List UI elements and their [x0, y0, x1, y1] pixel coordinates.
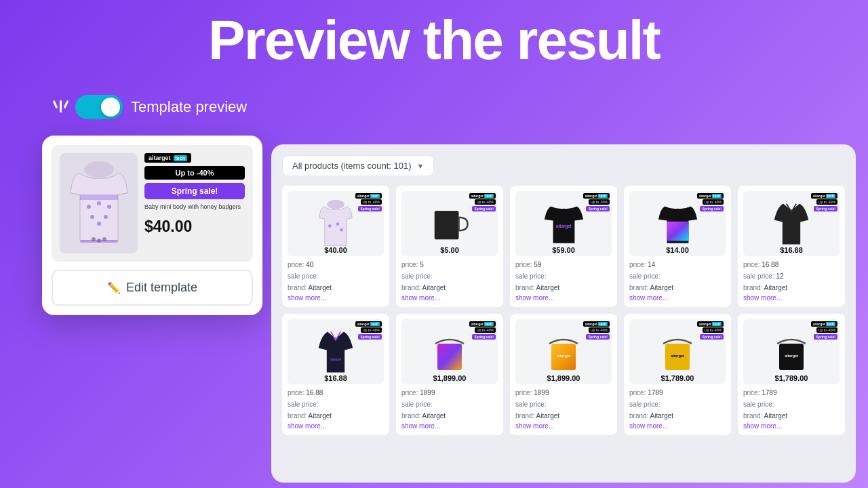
- svg-rect-19: [437, 344, 462, 370]
- sparkle-icon: [54, 100, 67, 114]
- svg-point-1: [87, 205, 91, 209]
- mini-sale-badge: Spring sale!: [700, 206, 724, 211]
- mini-brand-badge: aitargettech: [583, 193, 610, 199]
- mini-price-overlay: $5.00: [401, 246, 498, 254]
- mini-sale-badge: Spring sale!: [586, 334, 610, 340]
- brand-badge: aitarget tech: [144, 153, 191, 163]
- mini-sale-badge: Spring sale!: [814, 334, 837, 340]
- show-more-link[interactable]: show more...: [743, 294, 840, 302]
- svg-point-12: [328, 224, 332, 228]
- product-item-image: aitargettech Up to -40% Spring sale! $40…: [288, 191, 384, 256]
- svg-rect-10: [80, 240, 118, 243]
- svg-rect-15: [434, 211, 458, 239]
- product-item-image: aitarget aitargettech Up to -40% Spring …: [515, 191, 612, 256]
- products-header: All products (items count: 101) ▼: [282, 155, 845, 176]
- product-item: aitarget aitargettech Up to -40% Spring …: [510, 186, 617, 307]
- product-item-image: aitargettech Up to -40% Spring sale! $1,…: [401, 319, 498, 384]
- mini-price-overlay: $14.00: [629, 246, 726, 254]
- mini-discount-badge: Up to -40%: [361, 327, 382, 333]
- discount-badge: Up to -40%: [144, 166, 245, 180]
- product-item: aitarget aitargettech Up to -40% Spring …: [738, 314, 845, 435]
- product-item: aitarget aitargettech Up to -40% Spring …: [510, 314, 617, 435]
- products-dropdown[interactable]: All products (items count: 101) ▼: [282, 155, 434, 176]
- svg-text:aitarget: aitarget: [330, 357, 342, 361]
- show-more-link[interactable]: show more...: [515, 294, 612, 302]
- show-more-link[interactable]: show more...: [515, 422, 612, 430]
- show-more-link[interactable]: show more...: [629, 294, 726, 302]
- mini-discount-badge: Up to -40%: [475, 199, 496, 205]
- product-item-image: aitarget aitargettech Up to -40% Spring …: [743, 319, 840, 384]
- svg-point-5: [104, 215, 108, 219]
- show-more-link[interactable]: show more...: [629, 422, 726, 430]
- product-description: Baby mini body with honey badgers: [144, 203, 245, 211]
- product-item: aitargettech Up to -40% Spring sale! $14…: [624, 186, 731, 307]
- toggle-label: Template preview: [131, 98, 247, 116]
- mini-price-overlay: $59.00: [515, 246, 612, 254]
- mini-sale-badge: Spring sale!: [700, 334, 724, 340]
- svg-text:aitarget: aitarget: [557, 354, 570, 358]
- svg-text:aitarget: aitarget: [785, 354, 798, 358]
- product-item: aitarget aitargettech Up to -40% Spring …: [282, 314, 389, 435]
- mini-sale-badge: Spring sale!: [472, 334, 496, 340]
- product-meta: price: 16.88 sale price: 12 brand: Aitar…: [743, 259, 840, 293]
- mini-brand-badge: aitargettech: [811, 321, 837, 327]
- dropdown-label: All products (items count: 101): [292, 161, 412, 171]
- show-more-link[interactable]: show more...: [288, 294, 384, 302]
- product-meta: price: 59 sale price: brand: Aitarget: [515, 259, 612, 293]
- mini-brand-badge: aitargettech: [355, 321, 382, 327]
- product-item-image: aitarget aitargettech Up to -40% Spring …: [629, 319, 726, 384]
- product-meta: price: 14 sale price: brand: Aitarget: [629, 259, 726, 293]
- product-image: [60, 153, 138, 253]
- mini-discount-badge: Up to -40%: [475, 327, 496, 333]
- mini-discount-badge: Up to -40%: [703, 199, 724, 205]
- edit-template-label: Edit template: [126, 281, 197, 295]
- mini-discount-badge: Up to -40%: [361, 199, 382, 205]
- mini-sale-badge: Spring sale!: [472, 206, 496, 211]
- toggle-row: Template preview: [54, 95, 247, 119]
- svg-point-3: [107, 205, 111, 209]
- show-more-link[interactable]: show more...: [743, 422, 840, 430]
- mini-price-overlay: $1,789.00: [743, 374, 840, 382]
- svg-point-6: [97, 222, 101, 226]
- mini-brand-badge: aitargettech: [469, 193, 496, 199]
- mini-price-overlay: $1,899.00: [401, 374, 498, 382]
- show-more-link[interactable]: show more...: [401, 422, 498, 430]
- product-item: aitarget aitargettech Up to -40% Spring …: [624, 314, 731, 435]
- product-meta: price: 1899 sale price: brand: Aitarget: [401, 387, 498, 422]
- chevron-down-icon: ▼: [417, 162, 425, 170]
- mini-brand-badge: aitargettech: [697, 193, 724, 199]
- mini-sale-badge: Spring sale!: [358, 334, 382, 340]
- mini-price-overlay: $1,899.00: [515, 374, 612, 382]
- product-meta: price: 1789 sale price: brand: Aitarget: [743, 387, 840, 422]
- product-item-image: aitarget aitargettech Up to -40% Spring …: [515, 319, 612, 384]
- mini-discount-badge: Up to -40%: [816, 327, 837, 333]
- toggle-switch[interactable]: [75, 95, 123, 119]
- products-grid: aitargettech Up to -40% Spring sale! $40…: [282, 186, 845, 435]
- header-title: Preview the result: [0, 12, 868, 68]
- svg-point-11: [327, 199, 344, 209]
- pencil-icon: ✏️: [107, 281, 121, 294]
- show-more-link[interactable]: show more...: [401, 294, 498, 302]
- mini-brand-badge: aitargettech: [811, 193, 837, 199]
- product-item: aitargettech Up to -40% Spring sale! $5.…: [396, 186, 503, 307]
- svg-point-0: [84, 161, 114, 178]
- product-item: aitargettech Up to -40% Spring sale! $1,…: [396, 314, 503, 435]
- svg-point-14: [340, 228, 343, 231]
- svg-text:aitarget: aitarget: [556, 224, 572, 229]
- mini-sale-badge: Spring sale!: [814, 206, 837, 211]
- edit-template-button[interactable]: ✏️ Edit template: [52, 270, 253, 306]
- mini-discount-badge: Up to -40%: [589, 327, 610, 333]
- mini-sale-badge: Spring sale!: [358, 206, 382, 211]
- sale-badge: Spring sale!: [144, 183, 245, 199]
- mini-sale-badge: Spring sale!: [586, 206, 610, 211]
- mini-discount-badge: Up to -40%: [816, 199, 837, 205]
- svg-rect-17: [667, 222, 688, 241]
- show-more-link[interactable]: show more...: [288, 422, 384, 430]
- mini-brand-badge: aitargettech: [469, 321, 496, 327]
- product-item-image: aitargettech Up to -40% Spring sale! $5.…: [401, 191, 498, 256]
- mini-price-overlay: $40.00: [288, 246, 384, 254]
- template-preview-inner: aitarget tech Up to -40% Spring sale! Ba…: [52, 145, 253, 262]
- mini-brand-badge: aitargettech: [697, 321, 724, 327]
- svg-point-13: [336, 222, 340, 226]
- product-meta: price: 16.88 sale price: brand: Aitarget: [288, 387, 384, 422]
